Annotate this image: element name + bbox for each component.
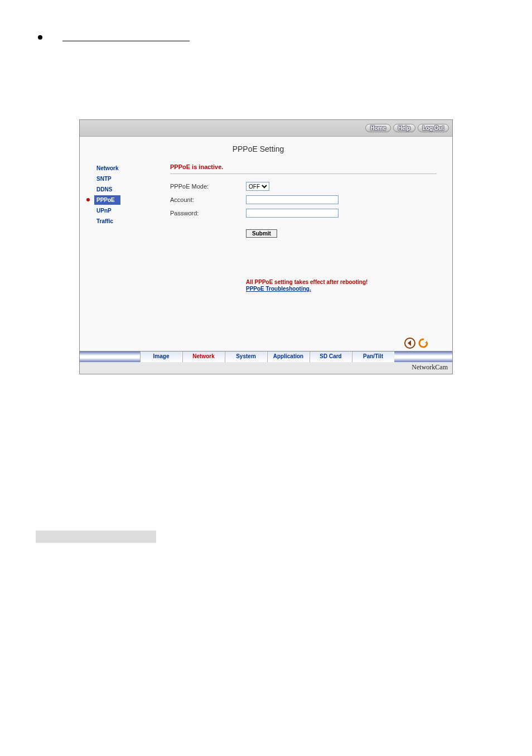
logout-button[interactable]: Log Out	[418, 124, 449, 132]
page-title: PPPoE Setting	[80, 145, 437, 153]
pppoe-status: PPPoE is inactive.	[170, 163, 437, 170]
reboot-warning: All PPPoE setting takes effect after reb…	[246, 279, 437, 285]
top-bar: Home Help Log Out	[80, 120, 452, 137]
sidebar-item-ddns[interactable]: DDNS	[94, 185, 170, 194]
back-icon[interactable]	[404, 338, 415, 349]
help-button[interactable]: Help	[393, 124, 415, 132]
account-input[interactable]	[246, 195, 338, 204]
separator	[170, 174, 437, 174]
bottom-tab-bar: Image Network System Application SD Card…	[80, 351, 452, 362]
password-input[interactable]	[246, 209, 338, 218]
bullet-dot-icon	[38, 35, 42, 40]
account-label: Account:	[170, 196, 246, 203]
brand-label: NetworkCam	[80, 362, 452, 374]
gray-placeholder-bar	[36, 531, 156, 543]
troubleshooting-link[interactable]: PPPoE Troubleshooting.	[246, 286, 311, 292]
sidebar-item-upnp[interactable]: UPnP	[94, 206, 170, 215]
pppoe-mode-select[interactable]: OFF	[246, 182, 269, 191]
sidebar-item-pppoe[interactable]: PPPoE	[94, 195, 120, 205]
password-label: Password:	[170, 210, 246, 216]
sidebar-item-sntp[interactable]: SNTP	[94, 174, 170, 184]
tab-system[interactable]: System	[225, 351, 267, 362]
home-button[interactable]: Home	[365, 124, 391, 132]
tab-sdcard[interactable]: SD Card	[309, 351, 352, 362]
heading-underline	[62, 33, 190, 41]
submit-button[interactable]: Submit	[246, 229, 277, 238]
tab-image[interactable]: Image	[140, 351, 182, 362]
tab-network[interactable]: Network	[182, 351, 225, 362]
sidebar-item-traffic[interactable]: Traffic	[94, 216, 170, 226]
pppoe-mode-label: PPPoE Mode:	[170, 183, 246, 190]
sidebar-item-network[interactable]: Network	[94, 163, 170, 173]
doc-bullet-heading	[38, 33, 532, 41]
tab-pantilt[interactable]: Pan/Tilt	[352, 351, 394, 362]
refresh-icon[interactable]	[418, 338, 429, 349]
screenshot-window: Home Help Log Out PPPoE Setting Network …	[79, 119, 453, 374]
sidebar-nav: Network SNTP DDNS PPPoE UPnP Traffic	[80, 161, 170, 292]
tab-application[interactable]: Application	[267, 351, 309, 362]
